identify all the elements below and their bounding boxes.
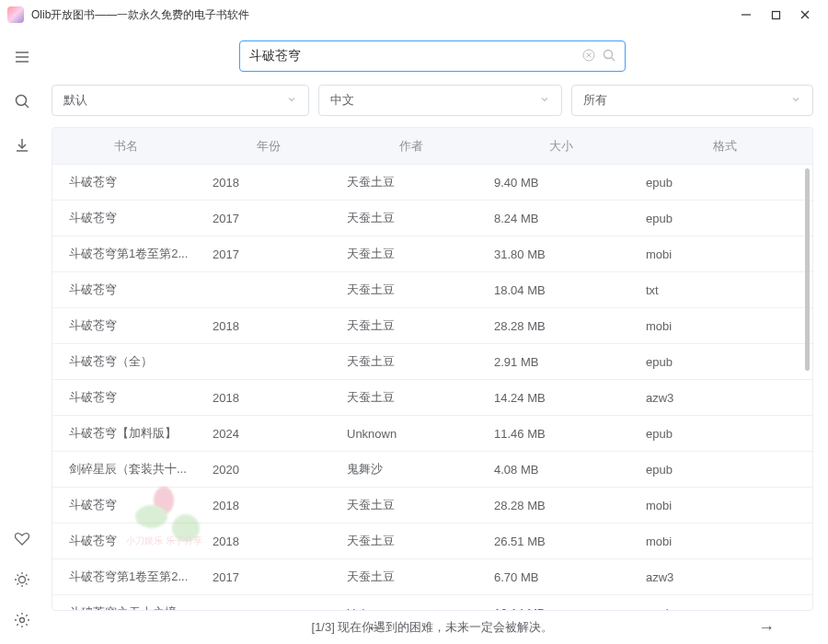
clear-icon[interactable] <box>582 49 595 64</box>
search-input[interactable] <box>249 49 575 63</box>
cell-name: 斗破苍穹第1卷至第2... <box>52 569 200 585</box>
cell-author: 天蚕土豆 <box>338 174 485 190</box>
cell-size: 4.08 MB <box>485 463 637 477</box>
cell-year: 2020 <box>200 463 338 477</box>
table-row[interactable]: 斗破苍穹2018天蚕土豆26.51 MBmobi <box>52 523 812 559</box>
col-header-year[interactable]: 年份 <box>200 138 338 155</box>
cell-format: azw3 <box>637 570 812 584</box>
brightness-icon[interactable] <box>13 570 31 589</box>
cell-author: 天蚕土豆 <box>338 497 485 513</box>
table-row[interactable]: 斗破苍穹第1卷至第2...2017天蚕土豆6.70 MBazw3 <box>52 559 812 595</box>
search-box[interactable] <box>239 40 626 72</box>
cell-size: 26.51 MB <box>485 535 637 548</box>
table-row[interactable]: 斗破苍穹2018天蚕土豆9.40 MBepub <box>52 165 812 201</box>
cell-format: epub <box>637 355 812 369</box>
settings-icon[interactable] <box>13 611 31 629</box>
cell-author: 天蚕土豆 <box>338 353 485 370</box>
cell-format: epub <box>637 176 812 190</box>
table-row[interactable]: 斗破苍穹2017天蚕土豆8.24 MBepub <box>52 201 812 236</box>
table-row[interactable]: 斗破苍穹第1卷至第2...2017天蚕土豆31.80 MBmobi <box>52 236 812 272</box>
col-header-name[interactable]: 书名 <box>52 138 200 155</box>
table-row[interactable]: 斗破苍穹2018天蚕土豆14.24 MBazw3 <box>52 380 812 416</box>
cell-author: 天蚕土豆 <box>338 246 485 262</box>
next-page-button[interactable]: → <box>758 618 775 638</box>
sort-select-label: 默认 <box>63 92 286 109</box>
cell-name: 斗破苍穹 <box>52 533 200 549</box>
cell-author: 天蚕土豆 <box>338 569 485 585</box>
cell-year: 2018 <box>200 499 338 512</box>
table-row[interactable]: 斗破苍穹2018天蚕土豆28.28 MBmobi <box>52 308 812 344</box>
search-icon[interactable] <box>13 92 31 110</box>
cell-year: 2018 <box>200 535 338 548</box>
cell-author: 天蚕土豆 <box>338 389 485 406</box>
cell-format: txt <box>637 283 812 297</box>
cell-author: 天蚕土豆 <box>338 317 485 334</box>
cell-name: 斗破苍穹 <box>52 317 200 334</box>
cell-size: 31.80 MB <box>485 247 637 261</box>
cell-format: epub <box>637 606 812 611</box>
cell-name: 斗破苍穹【加料版】 <box>52 425 200 442</box>
svg-point-20 <box>20 618 25 623</box>
titlebar: Olib开放图书——一款永久免费的电子书软件 <box>0 0 828 29</box>
table-row[interactable]: 斗破苍穹2018天蚕土豆28.28 MBmobi <box>52 488 812 523</box>
svg-line-19 <box>26 575 28 577</box>
results-table: 书名 年份 作者 大小 格式 斗破苍穹2018天蚕土豆9.40 MBepub斗破… <box>52 127 813 611</box>
heart-icon[interactable] <box>13 530 31 548</box>
cell-author: Unknown <box>338 606 485 611</box>
cell-year: 2018 <box>200 319 338 333</box>
col-header-size[interactable]: 大小 <box>485 138 637 155</box>
cell-name: 斗破苍穹 <box>52 282 200 298</box>
cell-author: 鬼舞沙 <box>338 461 485 477</box>
cell-size: 10.14 MB <box>485 606 637 611</box>
table-body: 斗破苍穹2018天蚕土豆9.40 MBepub斗破苍穹2017天蚕土豆8.24 … <box>52 165 812 610</box>
cell-author: 天蚕土豆 <box>338 210 485 226</box>
app-title: Olib开放图书——一款永久免费的电子书软件 <box>31 7 740 23</box>
svg-line-18 <box>17 583 19 585</box>
chevron-down-icon <box>286 94 297 108</box>
cell-year: 2017 <box>200 570 338 584</box>
svg-point-7 <box>17 96 27 106</box>
table-header: 书名 年份 作者 大小 格式 <box>52 128 812 165</box>
cell-format: epub <box>637 427 812 441</box>
filetype-select[interactable]: 所有 <box>571 85 813 116</box>
app-icon <box>7 6 24 23</box>
cell-name: 斗破苍穹 <box>52 497 200 513</box>
svg-line-17 <box>26 583 28 585</box>
sidebar <box>0 29 44 644</box>
table-row[interactable]: 斗破苍穹之无上之境Unknown10.14 MBepub <box>52 595 812 610</box>
close-button[interactable] <box>799 8 811 21</box>
maximize-button[interactable] <box>769 8 782 21</box>
footer-text: [1/3] 现在你遇到的困难，未来一定会被解决。 <box>312 619 554 636</box>
cell-size: 6.70 MB <box>485 570 637 584</box>
svg-line-16 <box>17 575 19 577</box>
col-header-format[interactable]: 格式 <box>637 138 812 155</box>
cell-author: 天蚕土豆 <box>338 282 485 298</box>
search-submit-icon[interactable] <box>603 49 615 64</box>
cell-size: 9.40 MB <box>485 176 637 190</box>
minimize-button[interactable] <box>740 8 753 21</box>
table-row[interactable]: 剑碎星辰（套装共十...2020鬼舞沙4.08 MBepub <box>52 452 812 488</box>
cell-format: mobi <box>637 247 812 261</box>
cell-format: azw3 <box>637 391 812 405</box>
cell-size: 28.28 MB <box>485 499 637 512</box>
filetype-select-label: 所有 <box>583 92 790 109</box>
chevron-down-icon <box>790 94 801 108</box>
cell-name: 斗破苍穹（全） <box>52 353 200 370</box>
cell-author: 天蚕土豆 <box>338 533 485 549</box>
cell-format: epub <box>637 463 812 477</box>
language-select[interactable]: 中文 <box>318 85 562 116</box>
cell-format: epub <box>637 212 812 225</box>
cell-size: 18.04 MB <box>485 283 637 297</box>
table-row[interactable]: 斗破苍穹天蚕土豆18.04 MBtxt <box>52 272 812 308</box>
table-row[interactable]: 斗破苍穹【加料版】2024Unknown11.46 MBepub <box>52 416 812 452</box>
cell-size: 28.28 MB <box>485 319 637 333</box>
download-icon[interactable] <box>13 136 31 155</box>
col-header-author[interactable]: 作者 <box>338 138 485 155</box>
table-row[interactable]: 斗破苍穹（全）天蚕土豆2.91 MBepub <box>52 344 812 380</box>
sort-select[interactable]: 默认 <box>52 85 309 116</box>
prev-page-button[interactable]: ← <box>366 618 383 638</box>
scrollbar[interactable] <box>805 168 810 371</box>
cell-size: 11.46 MB <box>485 427 637 441</box>
cell-year: 2018 <box>200 176 338 190</box>
menu-icon[interactable] <box>13 48 31 66</box>
